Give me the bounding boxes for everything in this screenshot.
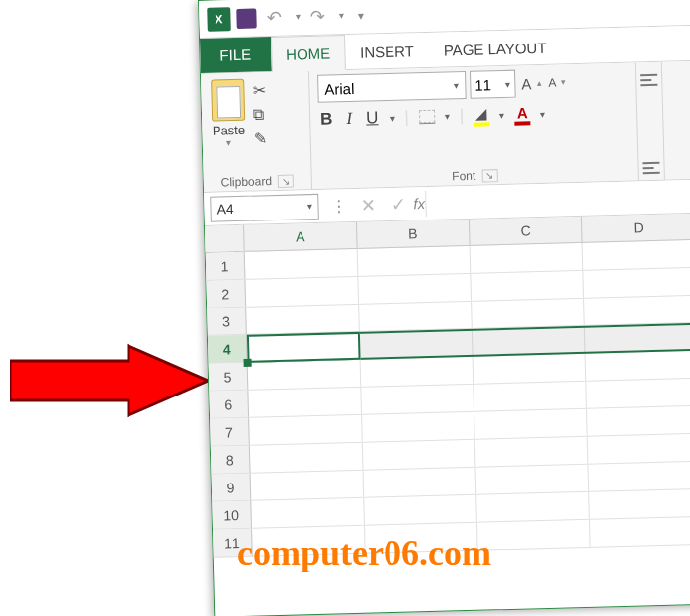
- font-color-button[interactable]: A: [514, 104, 531, 125]
- name-box-dd-icon[interactable]: ▾: [306, 201, 311, 212]
- group-font: Arial ▾ 11 ▾ A ▴ A ▾ B I U ▾: [309, 62, 639, 189]
- font-color-dd-icon[interactable]: ▾: [540, 108, 545, 119]
- paste-button[interactable]: Paste ▾: [209, 77, 248, 151]
- select-all-corner[interactable]: [205, 225, 245, 252]
- clipboard-group-label: Clipboard: [220, 174, 272, 189]
- tab-insert[interactable]: INSERT: [345, 33, 430, 69]
- row-header-3[interactable]: 3: [207, 308, 247, 336]
- save-icon[interactable]: [236, 8, 257, 29]
- row-header-4[interactable]: 4: [208, 335, 248, 364]
- col-header-B[interactable]: B: [357, 220, 471, 248]
- font-size-value: 11: [474, 76, 491, 93]
- tab-page-layout[interactable]: PAGE LAYOUT: [428, 29, 561, 66]
- enter-formula-icon[interactable]: ✓: [390, 193, 406, 215]
- font-color-A: A: [517, 104, 528, 121]
- col-header-C[interactable]: C: [470, 217, 583, 245]
- red-arrow-annotation: [10, 341, 208, 420]
- paste-label: Paste: [213, 123, 246, 138]
- col-header-A[interactable]: A: [244, 222, 358, 251]
- bucket-icon: ◢: [475, 104, 487, 122]
- fill-color-swatch: [474, 122, 489, 126]
- tab-file[interactable]: FILE: [200, 37, 272, 73]
- borders-button[interactable]: [419, 110, 435, 124]
- font-size-select[interactable]: 11 ▾: [470, 70, 516, 99]
- excel-app-icon[interactable]: X: [207, 7, 231, 32]
- font-color-swatch: [514, 121, 530, 125]
- undo-dropdown-icon[interactable]: ▾: [295, 11, 300, 22]
- row-header-5[interactable]: 5: [209, 363, 249, 392]
- underline-button[interactable]: U: [364, 108, 381, 128]
- font-name-dropdown-icon[interactable]: ▾: [454, 80, 459, 91]
- tab-home[interactable]: HOME: [271, 35, 346, 72]
- fill-color-button[interactable]: ◢: [474, 104, 490, 126]
- paste-dropdown-icon[interactable]: ▾: [226, 137, 231, 148]
- excel-window: X ↶ ▾ ↷ ▾ ▾ FILE HOME INSERT PAGE LAYOUT…: [198, 0, 690, 616]
- group-alignment: [636, 62, 665, 181]
- fx-icon[interactable]: fx: [413, 195, 425, 212]
- font-dialog-launcher-icon[interactable]: ↘: [481, 169, 497, 182]
- col-header-D[interactable]: D: [582, 214, 690, 242]
- font-size-dropdown-icon[interactable]: ▾: [505, 78, 510, 89]
- font-group-label: Font: [452, 169, 475, 184]
- svg-marker-0: [10, 346, 208, 415]
- font-name-value: Arial: [324, 79, 354, 97]
- font-name-select[interactable]: Arial ▾: [317, 71, 467, 103]
- formula-input[interactable]: [425, 183, 690, 216]
- fill-color-dd-icon[interactable]: ▾: [499, 109, 504, 120]
- row-header-8[interactable]: 8: [211, 446, 251, 475]
- row-header-1[interactable]: 1: [206, 252, 246, 281]
- borders-dd-icon[interactable]: ▾: [445, 111, 450, 122]
- paste-icon: [211, 79, 245, 122]
- row-header-7[interactable]: 7: [210, 418, 250, 447]
- clipboard-dialog-launcher-icon[interactable]: ↘: [278, 174, 294, 187]
- copy-icon[interactable]: ⧉: [253, 105, 266, 123]
- increase-font-icon[interactable]: A: [519, 75, 533, 92]
- align-left-icon-2[interactable]: [642, 162, 659, 174]
- fb-separator: ⋮: [330, 196, 346, 215]
- redo-dropdown-icon[interactable]: ▾: [338, 10, 343, 21]
- redo-icon[interactable]: ↷: [305, 5, 329, 28]
- decrease-font-icon[interactable]: A: [546, 75, 558, 89]
- cells-area[interactable]: [245, 240, 690, 557]
- row-header-9[interactable]: 9: [212, 474, 252, 502]
- underline-dd-icon[interactable]: ▾: [389, 112, 394, 123]
- worksheet-grid[interactable]: A B C D 1 2 3 4 5 6 7 8 9 10 11: [205, 214, 690, 558]
- format-painter-icon[interactable]: ✎: [253, 129, 266, 147]
- align-left-icon[interactable]: [640, 74, 657, 86]
- customize-qat-icon[interactable]: ▾: [357, 8, 363, 22]
- name-box[interactable]: A4 ▾: [210, 193, 319, 221]
- bold-button[interactable]: B: [318, 109, 335, 129]
- name-box-value: A4: [216, 201, 234, 217]
- row-header-11[interactable]: 11: [213, 529, 253, 558]
- row-header-2[interactable]: 2: [206, 280, 246, 308]
- row-header-10[interactable]: 10: [212, 501, 252, 530]
- cancel-formula-icon[interactable]: ✕: [360, 194, 376, 216]
- row-header-6[interactable]: 6: [209, 391, 249, 419]
- ribbon-area: Paste ▾ ✂ ⧉ ✎ Clipboard ↘ Arial: [201, 61, 690, 193]
- italic-button[interactable]: I: [344, 109, 354, 129]
- undo-icon[interactable]: ↶: [262, 6, 286, 29]
- cut-icon[interactable]: ✂: [252, 80, 265, 99]
- group-clipboard: Paste ▾ ✂ ⧉ ✎ Clipboard ↘: [201, 71, 312, 192]
